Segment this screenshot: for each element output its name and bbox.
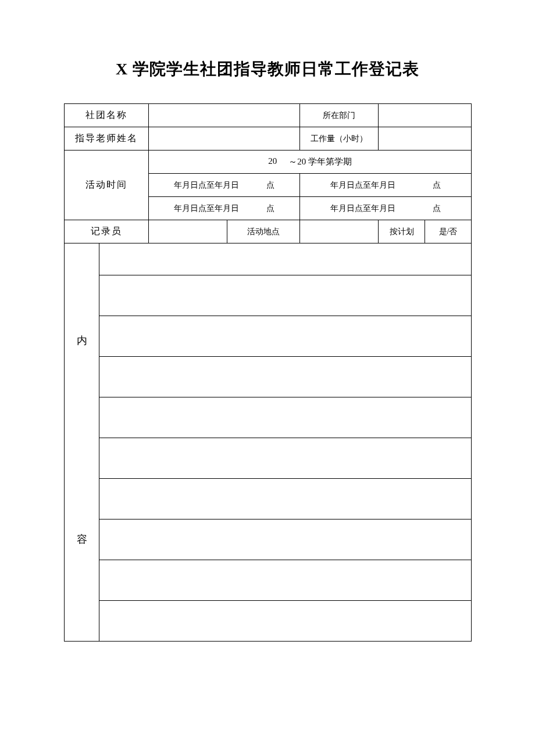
content-row[interactable] xyxy=(99,438,472,479)
time-range-text: 年月日点至年月日 xyxy=(174,180,239,191)
activity-place-value[interactable] xyxy=(300,220,379,243)
time-dian: 点 xyxy=(266,180,274,191)
content-row[interactable] xyxy=(99,479,472,519)
content-row[interactable] xyxy=(99,560,472,601)
semester-prefix: 20 xyxy=(268,156,277,167)
content-row[interactable] xyxy=(99,275,472,316)
content-row[interactable] xyxy=(99,397,472,438)
teacher-name-value[interactable] xyxy=(149,127,300,151)
time-dian: 点 xyxy=(433,180,441,191)
activity-place-label: 活动地点 xyxy=(227,220,300,243)
content-row[interactable] xyxy=(99,357,472,397)
time-range-2[interactable]: 年月日点至年月日 点 xyxy=(300,174,472,197)
content-row[interactable] xyxy=(99,243,472,275)
content-row[interactable] xyxy=(99,316,472,357)
content-row[interactable] xyxy=(99,519,472,560)
yes-no-value[interactable]: 是/否 xyxy=(425,220,472,243)
workload-value[interactable] xyxy=(379,127,472,151)
content-label-top: 内 xyxy=(65,243,99,438)
time-range-3[interactable]: 年月日点至年月日 点 xyxy=(149,197,300,220)
time-dian: 点 xyxy=(266,203,274,214)
semester-row[interactable]: 20 ～20 学年第学期 xyxy=(149,151,472,174)
time-range-text: 年月日点至年月日 xyxy=(330,203,395,214)
department-value[interactable] xyxy=(379,104,472,127)
time-range-4[interactable]: 年月日点至年月日 点 xyxy=(300,197,472,220)
club-name-value[interactable] xyxy=(149,104,300,127)
form-table: 社团名称 所在部门 指导老师姓名 工作量（小时） 活动时间 20 ～20 学年第… xyxy=(64,103,472,642)
department-label: 所在部门 xyxy=(300,104,379,127)
time-range-1[interactable]: 年月日点至年月日 点 xyxy=(149,174,300,197)
club-name-label: 社团名称 xyxy=(65,104,149,127)
teacher-name-label: 指导老师姓名 xyxy=(65,127,149,151)
recorder-label: 记录员 xyxy=(65,220,149,243)
page-title: X 学院学生社团指导教师日常工作登记表 xyxy=(64,58,471,80)
time-range-text: 年月日点至年月日 xyxy=(174,203,239,214)
time-range-text: 年月日点至年月日 xyxy=(330,180,395,191)
activity-time-label: 活动时间 xyxy=(65,151,149,220)
time-dian: 点 xyxy=(433,203,441,214)
workload-label: 工作量（小时） xyxy=(300,127,379,151)
content-row[interactable] xyxy=(99,601,472,642)
as-planned-label: 按计划 xyxy=(379,220,425,243)
content-label-bottom: 容 xyxy=(65,438,99,642)
recorder-value[interactable] xyxy=(149,220,227,243)
semester-suffix: ～20 学年第学期 xyxy=(288,156,352,167)
